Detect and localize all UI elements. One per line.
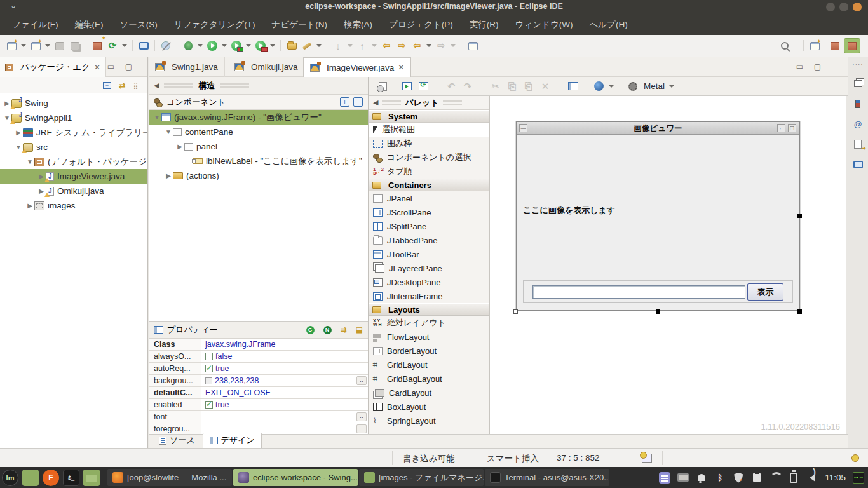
declaration-view-icon[interactable] xyxy=(852,139,864,149)
look-and-feel-value[interactable]: Metal xyxy=(644,81,665,91)
collapse-all-icon[interactable]: − xyxy=(103,82,111,89)
save-icon[interactable] xyxy=(53,39,66,52)
palette-group-layouts[interactable]: Layouts xyxy=(369,303,489,316)
debug-dropdown[interactable] xyxy=(198,44,203,47)
forward-history-dropdown[interactable] xyxy=(451,44,456,47)
collapse-all-icon[interactable]: − xyxy=(353,97,363,107)
refresh-icon[interactable]: ⟳ xyxy=(106,39,119,52)
smart-status-icon[interactable] xyxy=(642,454,652,464)
tab-design[interactable]: デザイン xyxy=(203,433,262,448)
previous-annotation-icon[interactable]: ↑ xyxy=(356,39,369,52)
designed-button[interactable]: 表示 xyxy=(747,283,783,301)
palette-item-jscrollpane[interactable]: JScrollPane xyxy=(369,205,489,219)
selection-handle-bottom-right[interactable] xyxy=(797,309,802,314)
property-row-enabled[interactable]: enabled true xyxy=(149,399,368,411)
previous-annotation-dropdown[interactable] xyxy=(372,44,377,47)
menu-edit[interactable]: 編集(E) xyxy=(67,14,112,35)
align-table-icon[interactable] xyxy=(566,80,580,93)
save-all-icon[interactable] xyxy=(69,39,81,52)
palette-item-jinternalframe[interactable]: JInternalFrame xyxy=(369,289,489,303)
tree-item-omikuji-java[interactable]: ▶ Omikuji.java xyxy=(0,184,147,198)
tree-item-src[interactable]: ▼ src xyxy=(0,140,147,154)
globe-dropdown[interactable] xyxy=(609,85,614,88)
palette-item-jdesktoppane[interactable]: JDesktopPane xyxy=(369,275,489,289)
palette-item-springlayout[interactable]: ⌇ SpringLayout xyxy=(369,414,489,428)
designed-textfield[interactable] xyxy=(532,285,745,299)
menu-refactor[interactable]: リファクタリング(T) xyxy=(166,14,264,35)
menu-run[interactable]: 実行(R) xyxy=(461,14,507,35)
menu-file[interactable]: ファイル(F) xyxy=(4,14,67,35)
task-eclipse[interactable]: eclipse-workspace - Swing... xyxy=(233,469,358,486)
view-close-icon[interactable]: ✕ xyxy=(94,63,100,72)
designed-label[interactable]: ここに画像を表示します xyxy=(523,205,615,216)
notes-tray-icon[interactable] xyxy=(659,472,670,484)
property-row-defaultcloseoperation[interactable]: defaultC... EXIT_ON_CLOSE xyxy=(149,387,368,399)
goto-definition-icon[interactable]: N xyxy=(323,326,332,334)
palette-item-marquee[interactable]: 囲み枠 xyxy=(369,137,489,151)
palette-item-selection[interactable]: 選択範囲 xyxy=(369,123,489,137)
window-maximize-button[interactable] xyxy=(839,3,848,11)
window-close-button[interactable] xyxy=(853,3,862,11)
collapse-pane-icon[interactable]: ◀ xyxy=(373,98,378,107)
tree-item-swing-project[interactable]: ▶ Swing xyxy=(0,96,147,111)
look-and-feel-icon[interactable] xyxy=(626,80,640,93)
checkbox-checked[interactable] xyxy=(205,365,213,372)
palette-item-borderlayout[interactable]: BorderLayout xyxy=(369,344,489,358)
palette-item-absolute-layout[interactable]: X YW H 絶対レイアウト xyxy=(369,316,489,330)
back-icon[interactable]: ⇦ xyxy=(380,39,393,52)
reparse-refresh-icon[interactable] xyxy=(416,80,430,93)
design-canvas[interactable]: — 画像ビュワー ⌐ ▢ ここに画像を表示します 表示 1.11.0.20220… xyxy=(490,96,846,434)
drag-handle[interactable] xyxy=(443,100,462,105)
palette-group-containers[interactable]: Containers xyxy=(369,179,489,191)
new-menu-icon[interactable] xyxy=(29,39,42,52)
drag-handle[interactable] xyxy=(382,100,401,105)
battery-icon[interactable] xyxy=(788,472,799,484)
menu-project[interactable]: プロジェクト(P) xyxy=(381,14,461,35)
ellipsis-button[interactable]: ‥ xyxy=(356,376,367,385)
component-contentpane[interactable]: ▼ contentPane xyxy=(149,125,368,139)
external-tools-icon[interactable] xyxy=(301,39,313,52)
expand-all-icon[interactable]: + xyxy=(340,97,349,107)
show-desktop-icon[interactable] xyxy=(22,470,39,486)
search-icon[interactable] xyxy=(778,39,791,52)
palette-item-boxlayout[interactable]: BoxLayout xyxy=(369,400,489,414)
task-terminal[interactable]: Terminal - asus@asus-X20... xyxy=(485,469,609,486)
profile-dropdown[interactable] xyxy=(270,44,275,47)
keyboard-tray-icon[interactable] xyxy=(677,472,689,484)
restore-default-icon[interactable]: ⬓ xyxy=(356,325,363,334)
wifi-icon[interactable] xyxy=(770,472,781,484)
ellipsis-button[interactable]: ‥ xyxy=(356,412,367,421)
refresh-dropdown[interactable] xyxy=(122,44,127,47)
console-view-icon[interactable] xyxy=(852,159,864,170)
debug-perspective-icon[interactable] xyxy=(829,39,841,52)
property-row-alwaysontop[interactable]: alwaysO... false xyxy=(149,351,368,363)
build-all-icon[interactable] xyxy=(91,39,104,52)
open-perspective-icon[interactable] xyxy=(808,39,821,52)
forward-icon[interactable]: ⇨ xyxy=(395,39,408,52)
view-maximize-icon[interactable]: ▢ xyxy=(125,62,132,71)
component-panel[interactable]: ▶ panel xyxy=(149,139,368,154)
designed-panel[interactable]: 表示 xyxy=(523,280,793,303)
tab-source[interactable]: ソース xyxy=(153,433,201,448)
run-icon[interactable] xyxy=(206,39,219,52)
terminal-launcher-icon[interactable]: $_ xyxy=(63,470,79,486)
test-run-icon[interactable] xyxy=(400,80,414,93)
open-type-icon[interactable] xyxy=(285,39,298,52)
property-row-background[interactable]: backgrou... 238,238,238‥ xyxy=(149,375,368,387)
menu-help[interactable]: ヘルプ(H) xyxy=(581,14,635,35)
collapse-pane-icon[interactable]: ◀ xyxy=(154,81,159,90)
palette-item-jpanel[interactable]: JPanel xyxy=(369,191,489,205)
component-actions[interactable]: ▶ (actions) xyxy=(149,168,368,183)
notifications-bell-icon[interactable] xyxy=(696,472,707,484)
checkbox-unchecked[interactable] xyxy=(205,353,213,360)
show-advanced-properties-icon[interactable]: ⇉ xyxy=(341,325,347,334)
selection-handle-right[interactable] xyxy=(797,214,802,218)
new-wizard-icon[interactable] xyxy=(5,39,18,52)
menu-source[interactable]: ソース(S) xyxy=(112,14,166,35)
palette-item-choose-component[interactable]: コンポーネントの選択 xyxy=(369,151,489,165)
task-firefox[interactable]: [oop@slowlife — Mozilla ... xyxy=(107,469,232,486)
palette-item-gridbaglayout[interactable]: ⌗ GridBagLayout xyxy=(369,372,489,386)
next-annotation-icon[interactable]: ↓ xyxy=(332,39,344,52)
link-with-editor-icon[interactable]: ⇄ xyxy=(119,81,126,90)
view-minimize-icon[interactable]: ▭ xyxy=(107,62,114,71)
